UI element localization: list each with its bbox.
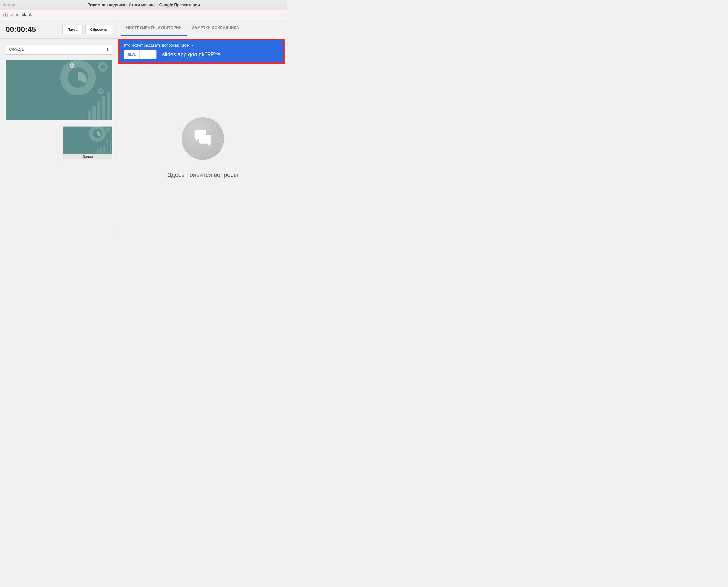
- current-slide-preview[interactable]: [6, 60, 112, 120]
- presenter-left-panel: 00:00:45 Пауза Сбросить Слайд 1 ▲▼: [0, 20, 118, 232]
- toggle-knob: [140, 50, 156, 58]
- address-path: blank: [22, 12, 32, 17]
- next-slide-wrap: Далее: [6, 126, 112, 159]
- qa-toggle-label: ВКЛ.: [124, 52, 140, 56]
- slide-select-dropdown[interactable]: Слайд 1 ▲▼: [6, 44, 112, 55]
- reset-button[interactable]: Сбросить: [85, 25, 112, 34]
- chevron-down-icon[interactable]: [191, 45, 193, 46]
- timer-row: 00:00:45 Пауза Сбросить: [0, 20, 118, 39]
- qa-who-row: Кто может задавать вопросы: Все: [124, 43, 279, 48]
- timer-display: 00:00:45: [6, 25, 59, 34]
- qa-who-label: Кто может задавать вопросы:: [124, 43, 179, 48]
- sort-icon: ▲▼: [106, 48, 109, 51]
- tabs: ИНСТРУМЕНТЫ АУДИТОРИИ ЗАМЕТКИ ДОКЛАДЧИКА: [118, 20, 287, 36]
- address-bar[interactable]: i about:blank: [0, 10, 287, 20]
- qa-who-value[interactable]: Все: [181, 43, 189, 48]
- qa-toggle[interactable]: ВКЛ.: [124, 50, 156, 58]
- window-title: Режим докладчика - Итоги месяца - Google…: [0, 3, 287, 7]
- address-protocol: about:: [10, 12, 22, 17]
- chat-bubble-icon: [192, 128, 214, 149]
- slide-select-label: Слайд 1: [9, 47, 24, 51]
- tab-speaker-notes[interactable]: ЗАМЕТКИ ДОКЛАДЧИКА: [187, 20, 244, 36]
- window-titlebar: Режим докладчика - Итоги месяца - Google…: [0, 0, 287, 10]
- qa-settings-box: Кто может задавать вопросы: Все ВКЛ. sli…: [118, 39, 285, 64]
- qa-url[interactable]: slides.app.goo.gl/69PYe: [162, 51, 220, 58]
- qa-placeholder: Здесь появятся вопросы: [118, 64, 287, 232]
- pause-button[interactable]: Пауза: [63, 25, 82, 34]
- tab-audience-tools[interactable]: ИНСТРУМЕНТЫ АУДИТОРИИ: [121, 20, 187, 36]
- next-slide-preview[interactable]: [63, 126, 112, 154]
- presenter-right-panel: ИНСТРУМЕНТЫ АУДИТОРИИ ЗАМЕТКИ ДОКЛАДЧИКА…: [118, 20, 287, 232]
- chat-icon: [181, 117, 224, 160]
- qa-placeholder-text: Здесь появятся вопросы: [168, 171, 238, 179]
- info-icon[interactable]: i: [3, 13, 7, 17]
- next-slide-label: Далее: [63, 154, 112, 159]
